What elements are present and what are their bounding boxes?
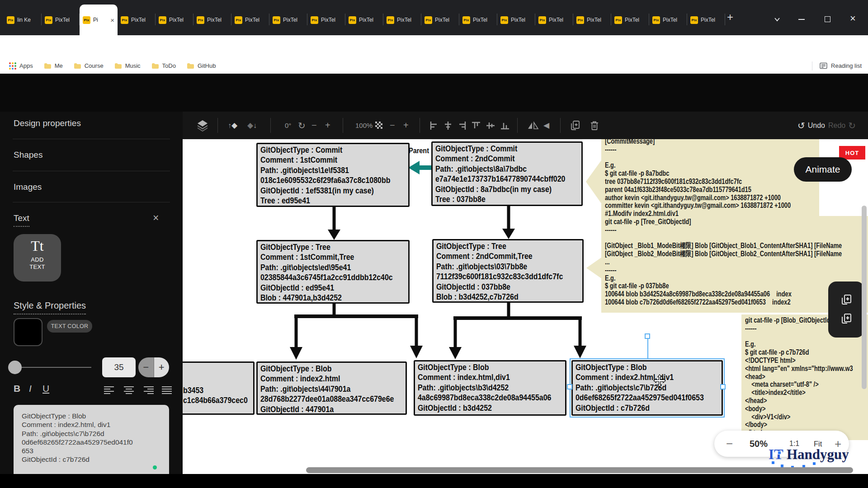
browser-tab[interactable]: Pix PixTel [118,5,156,35]
reading-list[interactable]: Reading list [812,58,862,74]
commit-message-note[interactable]: [CommitMessage]------E.g.$ git cat-file … [601,139,819,217]
browser-tab[interactable]: Pix PixTel [231,5,269,35]
selection-outline[interactable] [570,358,725,418]
flip-vertical-icon[interactable]: ◀ [543,112,549,139]
browser-tab[interactable]: Pix PixTel [269,5,307,35]
send-backward-icon[interactable]: ◆↓ [247,112,257,139]
zoom-out-button[interactable]: − [726,431,733,457]
maximize-button[interactable] [825,16,830,22]
opacity-plus-button[interactable]: + [403,112,409,139]
layers-icon[interactable] [196,112,209,139]
text-align-justify-icon[interactable] [161,385,174,395]
design-canvas[interactable]: Parent GitObjectType : CommitComment : 1… [183,139,868,474]
sidebar-item-text[interactable]: Text [14,213,29,227]
align-left-icon[interactable] [429,112,439,139]
tree1-box[interactable]: GitObjectType : TreeComment : 1stCommit,… [256,240,410,304]
browser-tab[interactable]: Pix PixTel [307,5,345,35]
blob2-box[interactable]: GitObjectType : BlobComment : index.html… [414,360,566,416]
pixteller-favicon: Pix [652,16,660,24]
copy-add-icon[interactable] [840,294,852,306]
close-text-panel-icon[interactable]: × [153,212,159,224]
browser-tab[interactable]: Pix PixTel [383,5,421,35]
animate-button[interactable]: Animate [794,157,852,182]
font-size-slider-knob[interactable] [8,361,22,374]
text-align-left-icon[interactable] [103,385,116,395]
trash-icon[interactable] [590,112,599,139]
browser-tab[interactable]: Pix PixTel [459,5,497,35]
commit2-box[interactable]: GitObjectType : CommitComment : 2ndCommi… [431,141,583,206]
new-tab-button[interactable]: + [727,11,733,23]
bring-forward-icon[interactable]: ↑◆ [228,112,237,139]
font-size-stepper: − + [138,357,169,377]
flip-horizontal-icon[interactable] [527,112,539,139]
pixteller-favicon: Pix [576,16,584,24]
editor-toolbar: ↑◆ ◆↓ 0° ↻ − + 100% − + ◀ ↺Undo Redo↻ [183,112,868,139]
rotate-icon[interactable]: ↻ [298,112,306,139]
blob1-box[interactable]: GitObjectType : BlobComment : index2.htm… [256,361,407,415]
browser-tab[interactable]: Pix PixTel [421,5,459,35]
minimize-button[interactable] [798,19,805,20]
text-align-right-icon[interactable] [143,385,156,395]
browser-tab[interactable]: Pix lin Ke [4,5,42,35]
zoom-level-value[interactable]: 50% [750,431,768,457]
bookmark-folder[interactable]: Me [44,62,63,69]
pixteller-favicon: Pix [614,16,622,24]
bookmark-folder[interactable]: Music [114,62,141,69]
font-size-decrease-button[interactable]: − [138,357,154,377]
align-bottom-icon[interactable] [500,112,510,139]
copy-add-icon-2[interactable] [840,313,852,325]
browser-tab[interactable]: Pix PixTel [497,5,535,35]
bookmark-folder[interactable]: Course [74,62,104,69]
bookmark-folder[interactable]: ToDo [151,62,176,69]
text-color-swatch[interactable] [14,318,42,346]
browser-tab[interactable]: Pix PixTel [345,5,383,35]
redo-button[interactable]: Redo↻ [828,112,856,139]
font-size-increase-button[interactable]: + [154,357,170,377]
italic-button[interactable]: I [29,383,32,394]
browser-tab[interactable]: Pix PixTel [649,5,687,35]
rotate-plus-button[interactable]: + [325,112,330,139]
browser-tab[interactable]: Pix Pi × [80,5,118,35]
selection-handle-left[interactable] [567,384,572,389]
bookmark-folder[interactable]: GitHub [187,62,216,69]
text-content-editor[interactable]: GitObjectType : BlobComment : index2.htm… [14,405,169,474]
browser-tab[interactable]: Pix PixTel [573,5,611,35]
font-size-slider[interactable] [14,367,91,368]
tab-search-chevron-icon[interactable] [774,17,780,22]
opacity-minus-button[interactable]: − [390,112,395,139]
underline-button[interactable]: U [42,383,49,394]
tab-close-icon[interactable]: × [110,17,114,23]
sidebar-item-design-properties[interactable]: Design properties [14,118,81,128]
add-text-button[interactable]: Tt ADDTEXT [14,234,61,282]
sidebar-item-shapes[interactable]: Shapes [14,150,42,160]
close-window-button[interactable]: × [850,13,856,24]
undo-button[interactable]: ↺Undo [797,112,825,139]
align-middle-vertical-icon[interactable] [486,112,495,139]
rotate-minus-button[interactable]: − [311,112,317,139]
browser-tab[interactable]: Pix PixTel [535,5,573,35]
apps-shortcut[interactable]: Apps [9,62,33,70]
opacity-icon[interactable] [375,112,383,139]
tree2-box[interactable]: GitObjectType : TreeComment : 2ndCommit,… [432,239,584,303]
bottom-black-strip [0,474,868,488]
sidebar-item-images[interactable]: Images [14,182,42,192]
folder-icon [114,63,122,69]
duplicate-icon[interactable] [570,112,580,139]
text-align-center-icon[interactable] [123,385,136,395]
bold-button[interactable]: B [14,383,20,394]
browser-tab[interactable]: Pix PixTel [42,5,80,35]
commit1-box[interactable]: GitObjectType : CommitComment : 1stCommi… [256,143,410,207]
browser-tab[interactable]: Pix PixTel [156,5,193,35]
font-size-value[interactable]: 35 [102,357,136,377]
selection-rotate-handle[interactable] [645,333,650,339]
align-center-horizontal-icon[interactable] [443,112,453,139]
align-top-icon[interactable] [471,112,481,139]
browser-tab[interactable]: Pix PixTel [611,5,649,35]
browser-tab[interactable]: Pix PixTel [687,5,725,35]
browser-tab[interactable]: Pix PixTel [193,5,231,35]
align-right-icon[interactable] [457,112,467,139]
canvas-horizontal-scrollbar[interactable] [306,467,853,473]
canvas-vertical-scrollbar[interactable] [862,206,867,389]
selection-handle-right[interactable] [720,384,726,389]
blob-partial-box[interactable]: b3453c1c84b66a379cec0 [183,361,255,415]
